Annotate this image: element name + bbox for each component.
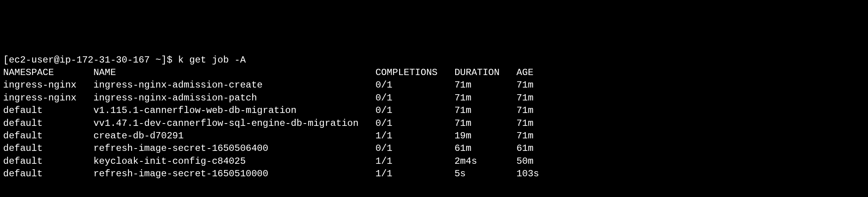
- table-row: default refresh-image-secret-1650506400 …: [3, 142, 865, 155]
- shell-prompt: [ec2-user@ip-172-31-30-167 ~]$: [3, 55, 178, 65]
- table-row: default refresh-image-secret-1650510000 …: [3, 168, 865, 180]
- table-row: default keycloak-init-config-c84025 1/1 …: [3, 155, 865, 168]
- table-row: default create-db-d70291 1/1 19m 71m: [3, 130, 865, 142]
- table-row: default v1.115.1-cannerflow-web-db-migra…: [3, 104, 865, 117]
- table-header-row: NAMESPACE NAME COMPLETIONS DURATION AGE: [3, 66, 865, 79]
- terminal-output[interactable]: [ec2-user@ip-172-31-30-167 ~]$ k get job…: [3, 54, 865, 181]
- table-row: ingress-nginx ingress-nginx-admission-pa…: [3, 92, 865, 104]
- table-row: default vv1.47.1-dev-cannerflow-sql-engi…: [3, 117, 865, 130]
- table-body: ingress-nginx ingress-nginx-admission-cr…: [3, 79, 865, 180]
- command-text: k get job -A: [178, 55, 246, 65]
- table-row: ingress-nginx ingress-nginx-admission-cr…: [3, 79, 865, 91]
